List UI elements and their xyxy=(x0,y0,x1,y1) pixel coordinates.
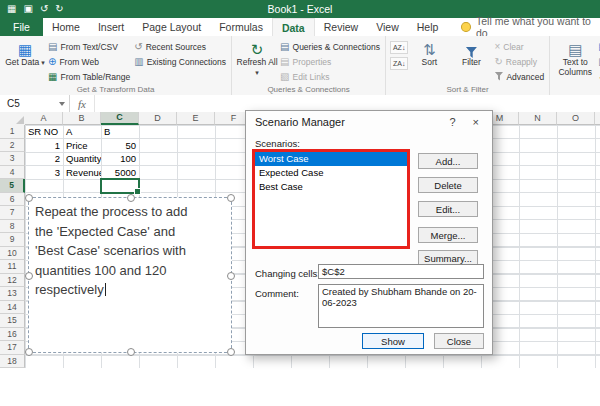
col-header-P[interactable]: P xyxy=(595,112,600,125)
tab-insert[interactable]: Insert xyxy=(89,18,133,36)
changing-cells-field[interactable]: $C$2 xyxy=(318,264,484,279)
row-header-5[interactable]: 5 xyxy=(0,179,25,193)
fill-handle[interactable] xyxy=(134,188,141,195)
cell-C3[interactable]: 100 xyxy=(101,152,139,166)
tab-data[interactable]: Data xyxy=(272,18,315,37)
col-header-E[interactable]: E xyxy=(177,112,215,125)
sort-button[interactable]: ⇅ Sort xyxy=(408,38,450,68)
filter-button[interactable]: Filter xyxy=(450,38,492,68)
dialog-close-icon[interactable]: × xyxy=(473,116,479,128)
delete-button[interactable]: Delete xyxy=(418,177,478,193)
row-header-4[interactable]: 4 xyxy=(0,166,25,180)
row-header-18[interactable]: 18 xyxy=(0,355,25,369)
row-header-12[interactable]: 12 xyxy=(0,274,25,288)
clear-filter-button[interactable]: × Clear xyxy=(492,40,546,54)
close-button[interactable]: Close xyxy=(434,333,484,349)
cell-C4[interactable]: 5000 xyxy=(101,166,139,180)
resize-handle[interactable] xyxy=(127,348,135,356)
sort-az-icon[interactable]: AZ↓ xyxy=(390,41,408,54)
properties-button[interactable]: ▤ Properties xyxy=(278,55,382,69)
text-to-columns-button[interactable]: ▤ Text to Columns xyxy=(554,38,596,78)
col-header-B[interactable]: B xyxy=(63,112,101,125)
col-header-A[interactable]: A xyxy=(25,112,63,125)
resize-handle[interactable] xyxy=(227,272,235,280)
row-header-16[interactable]: 16 xyxy=(0,328,25,342)
queries-connections-button[interactable]: ▤ Queries & Connections xyxy=(278,40,382,54)
resize-handle[interactable] xyxy=(25,348,33,356)
row-header-14[interactable]: 14 xyxy=(0,301,25,315)
tab-help[interactable]: Help xyxy=(408,18,448,36)
tell-me-box[interactable]: Tell me what you want to do xyxy=(447,18,600,36)
remove-duplicates-button[interactable]: ▣ Remove Duplicates xyxy=(596,55,600,69)
row-header-10[interactable]: 10 xyxy=(0,247,25,261)
resize-handle[interactable] xyxy=(227,348,235,356)
undo-icon[interactable]: ↺ xyxy=(40,0,48,18)
row-header-7[interactable]: 7 xyxy=(0,206,25,220)
row-header-6[interactable]: 6 xyxy=(0,193,25,207)
row-header-3[interactable]: 3 xyxy=(0,152,25,166)
from-web-button[interactable]: ⊕ From Web xyxy=(46,55,132,69)
cell-A2[interactable]: 1 xyxy=(25,139,63,153)
comment-field[interactable]: Created by Shubham Bhande on 20-06-2023 xyxy=(318,284,484,328)
resize-handle[interactable] xyxy=(25,194,33,202)
col-header-N[interactable]: N xyxy=(519,112,557,125)
dialog-title-bar[interactable]: Scenario Manager ? × xyxy=(246,111,492,133)
existing-connections-button[interactable]: ▥ Existing Connections xyxy=(132,55,228,69)
tab-file[interactable]: File xyxy=(0,18,43,36)
row-header-11[interactable]: 11 xyxy=(0,260,25,274)
redo-icon[interactable]: ↻ xyxy=(55,0,63,18)
tab-formulas[interactable]: Formulas xyxy=(210,18,272,36)
row-header-8[interactable]: 8 xyxy=(0,220,25,234)
cell-B2[interactable]: Price xyxy=(63,139,101,153)
dialog-help-button[interactable]: ? xyxy=(449,116,455,128)
recent-sources-button[interactable]: ↺ Recent Sources xyxy=(132,40,228,54)
reapply-button[interactable]: ↻ Reapply xyxy=(492,55,546,69)
col-header-O[interactable]: O xyxy=(557,112,595,125)
scenario-item-expected-case[interactable]: Expected Case xyxy=(255,166,407,180)
row-header-15[interactable]: 15 xyxy=(0,314,25,328)
scenario-item-best-case[interactable]: Best Case xyxy=(255,180,407,194)
sort-za-icon[interactable]: ZA↓ xyxy=(390,57,408,70)
name-box-caret-icon[interactable] xyxy=(59,102,65,106)
cell-C2[interactable]: 50 xyxy=(101,139,139,153)
cell-B3[interactable]: Quantity xyxy=(63,152,101,166)
col-header-D[interactable]: D xyxy=(139,112,177,125)
cell-B1[interactable]: A xyxy=(63,125,101,139)
row-header-2[interactable]: 2 xyxy=(0,139,25,153)
edit-button[interactable]: Edit... xyxy=(418,201,478,217)
add-button[interactable]: Add... xyxy=(418,153,478,169)
tab-page-layout[interactable]: Page Layout xyxy=(133,18,210,36)
get-data-button[interactable]: ▦ Get Data xyxy=(4,38,46,68)
cell-A1[interactable]: SR NO xyxy=(25,125,63,139)
resize-handle[interactable] xyxy=(25,272,33,280)
row-header-17[interactable]: 17 xyxy=(0,341,25,355)
data-validation-button[interactable]: ✓ Data Validation xyxy=(596,70,600,84)
row-header-9[interactable]: 9 xyxy=(0,233,25,247)
save-icon[interactable]: ▣ xyxy=(23,0,32,18)
name-box[interactable]: C5 xyxy=(0,95,70,112)
advanced-button[interactable]: Advanced xyxy=(492,70,546,84)
tab-review[interactable]: Review xyxy=(315,18,367,36)
tab-home[interactable]: Home xyxy=(43,18,89,36)
select-all-corner[interactable] xyxy=(0,112,26,126)
note-textbox[interactable]: Repeat the process to add the 'Expected … xyxy=(28,197,232,353)
resize-handle[interactable] xyxy=(127,194,135,202)
cell-C1[interactable]: B xyxy=(101,125,139,139)
scenario-item-worst-case[interactable]: Worst Case xyxy=(255,152,407,166)
scenario-listbox[interactable]: Worst Case Expected Case Best Case xyxy=(255,152,407,246)
insert-function-button[interactable]: fx xyxy=(70,95,95,112)
row-header-13[interactable]: 13 xyxy=(0,287,25,301)
col-header-C[interactable]: C xyxy=(101,112,139,125)
from-text-csv-button[interactable]: ▤ From Text/CSV xyxy=(46,40,132,54)
refresh-all-button[interactable]: ↻ Refresh All xyxy=(236,38,278,78)
resize-handle[interactable] xyxy=(227,194,235,202)
merge-button[interactable]: Merge... xyxy=(418,227,478,243)
cell-A3[interactable]: 2 xyxy=(25,152,63,166)
show-button[interactable]: Show xyxy=(362,333,424,349)
flash-fill-button[interactable]: ▨ Flash Fill xyxy=(596,40,600,54)
tab-view[interactable]: View xyxy=(367,18,408,36)
from-table-range-button[interactable]: ▦ From Table/Range xyxy=(46,70,132,84)
row-header-1[interactable]: 1 xyxy=(0,125,25,139)
cell-A4[interactable]: 3 xyxy=(25,166,63,180)
cell-B4[interactable]: Revenue xyxy=(63,166,101,180)
